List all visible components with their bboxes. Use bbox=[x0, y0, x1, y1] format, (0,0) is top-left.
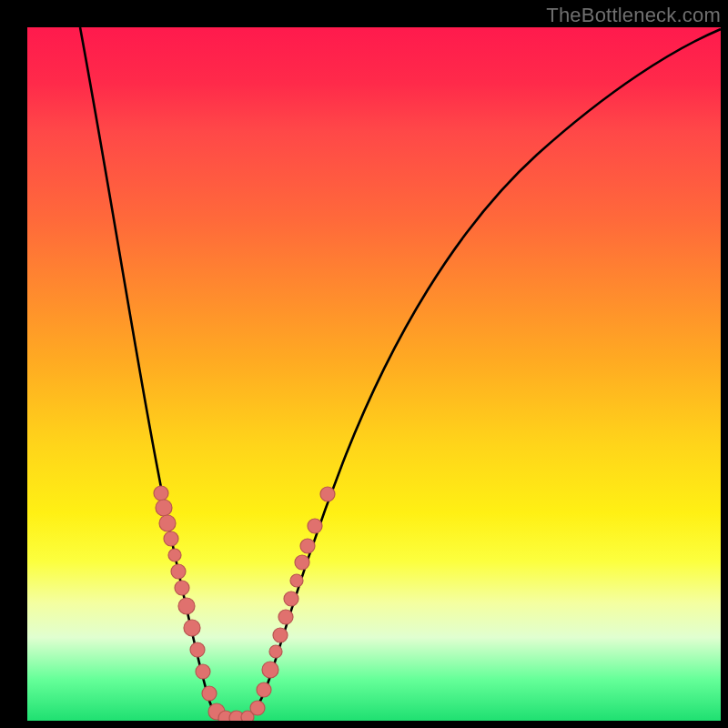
data-bead bbox=[290, 574, 303, 587]
data-bead bbox=[257, 682, 271, 697]
watermark-text: TheBottleneck.com bbox=[546, 4, 721, 27]
data-bead bbox=[284, 592, 298, 606]
data-bead bbox=[178, 598, 195, 614]
data-bead bbox=[171, 564, 186, 579]
data-bead bbox=[154, 486, 168, 500]
data-bead bbox=[278, 610, 293, 624]
data-bead bbox=[184, 620, 200, 636]
data-bead bbox=[168, 549, 181, 561]
bottleneck-curve bbox=[27, 27, 721, 721]
data-bead bbox=[262, 662, 278, 678]
curve-left-branch bbox=[80, 27, 229, 719]
curve-right-branch bbox=[238, 29, 721, 719]
data-bead bbox=[159, 515, 176, 531]
data-beads bbox=[154, 486, 335, 721]
data-bead bbox=[190, 642, 205, 657]
data-bead bbox=[273, 628, 288, 642]
data-bead bbox=[320, 487, 335, 501]
chart-frame bbox=[27, 27, 721, 721]
data-bead bbox=[156, 500, 172, 516]
data-bead bbox=[202, 686, 217, 701]
data-bead bbox=[300, 539, 315, 553]
data-bead bbox=[196, 664, 210, 679]
data-bead bbox=[269, 645, 282, 658]
data-bead bbox=[250, 701, 265, 715]
data-bead bbox=[295, 555, 309, 570]
data-bead bbox=[175, 581, 189, 595]
data-bead bbox=[308, 519, 322, 533]
data-bead bbox=[164, 531, 178, 546]
